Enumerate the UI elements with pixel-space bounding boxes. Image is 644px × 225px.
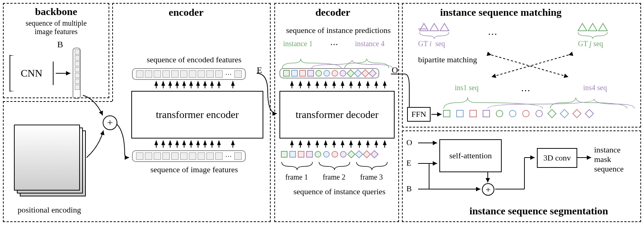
seg-o: O [406, 138, 412, 147]
gt-j-label: GT j seq [578, 40, 603, 48]
segmentation-title: instance sequence segmentation [469, 205, 608, 217]
backbone-title: backbone [4, 6, 109, 18]
seg-b: B [406, 184, 412, 193]
ffn-box: FFN [407, 107, 431, 122]
conv3d-box: 3D conv [537, 148, 577, 168]
token-ci-blue [323, 70, 330, 77]
decoder-title: decoder [315, 7, 350, 18]
matching-title: instance sequence matching [440, 7, 561, 18]
dots-top: ⋯ [488, 29, 500, 40]
dots-mid: ⋯ [521, 85, 533, 96]
gt-i-label: GT i seq [418, 40, 445, 48]
gt-i-triangles [418, 22, 427, 29]
frame3-label: frame 3 [360, 173, 383, 181]
plus-icon-seg: + [482, 183, 494, 196]
bipartite-label: bipartite matching [418, 55, 477, 64]
token-sq-purple [307, 70, 314, 77]
transformer-decoder-box: transformer decoder [279, 91, 395, 139]
plus-icon: + [103, 115, 117, 130]
cnn-trapezoid: CNN [10, 55, 54, 92]
dots: ⋯ [330, 40, 340, 49]
dec-up-arrows-top [283, 81, 393, 86]
token-sq-blue [291, 70, 298, 77]
enc-bot-label: sequence of image features [150, 165, 238, 174]
instance4-label: instance 4 [355, 40, 385, 48]
token-sq-green [283, 70, 290, 77]
dec-top-label: sequence of instance predictions [286, 26, 391, 35]
token-ci-purple [340, 70, 346, 77]
seg-out-label: instance mask sequence [594, 145, 624, 174]
enc-up-arrows-top [136, 81, 253, 86]
token-sq-red [299, 70, 306, 77]
pos-enc-label: positional encoding [18, 205, 81, 215]
ins4-label: ins4 seq [583, 84, 607, 92]
b-label: B [57, 40, 63, 49]
dec-bot-label: sequence of instance queries [293, 187, 385, 196]
frame1-label: frame 1 [285, 173, 308, 181]
dec-up-arrows-bot [283, 140, 393, 145]
enc-bot-strip: ⋯ [132, 150, 246, 162]
token-ci-red [332, 70, 338, 77]
ins1-label: ins1 seq [455, 84, 479, 92]
seg-e: E [406, 158, 411, 168]
frame2-label: frame 2 [323, 173, 345, 181]
feature-column [73, 48, 81, 99]
token-ci-green [315, 70, 322, 77]
instance1-label: instance 1 [283, 40, 313, 48]
token-di-purple [369, 69, 377, 78]
enc-top-label: sequence of encoded features [147, 55, 241, 64]
backbone-subtitle: sequence of multiple image features [4, 19, 109, 36]
o-label-dec: O [392, 65, 398, 75]
backbone-panel: backbone sequence of multiple image feat… [3, 3, 109, 98]
transformer-encoder-box: transformer encoder [131, 91, 263, 139]
self-attention-box: self-attention [439, 139, 502, 172]
enc-up-arrows-bot [136, 140, 253, 145]
ins-tokens [443, 110, 593, 117]
dec-top-strip [279, 68, 379, 78]
encoder-title: encoder [169, 7, 204, 18]
e-label-enc: E [257, 65, 262, 75]
matching-panel [402, 3, 641, 128]
enc-top-strip: ⋯ [132, 68, 246, 80]
dec-bot-tokens [281, 151, 377, 158]
